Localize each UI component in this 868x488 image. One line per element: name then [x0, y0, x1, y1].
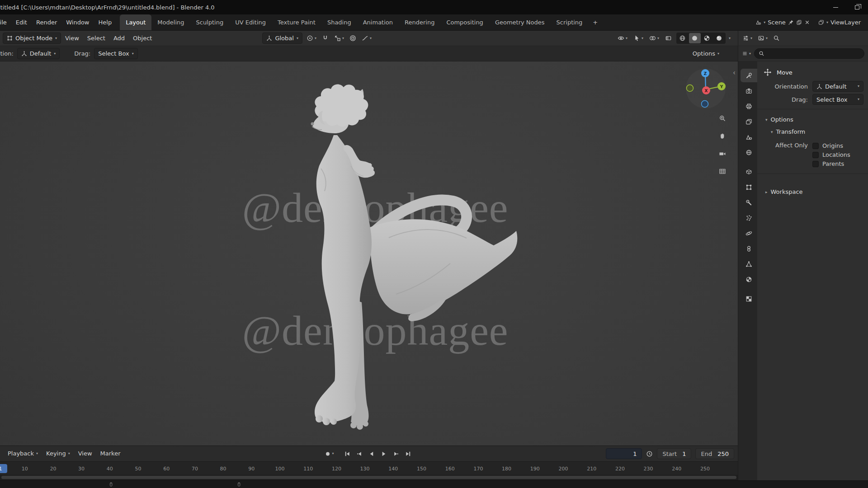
- view-layer-selector[interactable]: ▾ ViewLayer: [818, 19, 861, 26]
- object-properties-tab[interactable]: [741, 180, 757, 194]
- new-copy-icon[interactable]: [796, 19, 802, 25]
- shading-material-button[interactable]: [701, 33, 713, 43]
- drag-dropdown[interactable]: Select Box ▾: [812, 94, 863, 105]
- active-tool-row[interactable]: Move: [764, 68, 862, 76]
- mode-dropdown[interactable]: Object Mode ▾: [3, 33, 61, 44]
- gizmos-toggle[interactable]: ▾: [632, 34, 645, 42]
- data-properties-tab[interactable]: [741, 257, 757, 271]
- drag-setting-dropdown[interactable]: Select Box ▾: [94, 48, 137, 59]
- toggle-perspective-grid-icon[interactable]: [719, 168, 726, 175]
- auto-keying-control[interactable]: ▾: [324, 450, 334, 457]
- timeline-menu-view[interactable]: View: [74, 446, 96, 461]
- workspace-tab-animation[interactable]: Animation: [357, 14, 399, 30]
- timeline-scrollbar[interactable]: [0, 475, 738, 480]
- view-layer-properties-tab[interactable]: [741, 115, 757, 128]
- workspace-tab-shading[interactable]: Shading: [321, 14, 357, 30]
- visibility-dropdown[interactable]: ▾: [616, 34, 629, 42]
- scene-selector[interactable]: ▾ Scene: [755, 19, 810, 26]
- character-model[interactable]: [307, 82, 520, 434]
- unlink-icon[interactable]: [804, 19, 810, 25]
- id-filter-dropdown[interactable]: ▾: [758, 35, 768, 42]
- pivot-point-dropdown[interactable]: ▾: [305, 34, 318, 42]
- render-properties-tab[interactable]: [741, 84, 757, 98]
- workspace-tab-modeling[interactable]: Modeling: [151, 14, 190, 30]
- key-prev-button[interactable]: [354, 448, 365, 459]
- workspace-tab-texture-paint[interactable]: Texture Paint: [272, 14, 321, 30]
- current-frame-field[interactable]: 1: [606, 448, 642, 459]
- tool-properties-tab[interactable]: [741, 69, 757, 82]
- restore-button[interactable]: [846, 0, 868, 14]
- start-frame-field[interactable]: Start 1: [657, 448, 691, 459]
- collection-properties-tab[interactable]: [741, 165, 757, 178]
- workspace-section-header[interactable]: ▸ Workspace: [757, 186, 868, 198]
- scene-properties-tab[interactable]: [741, 130, 757, 144]
- workspace-tab-uv-editing[interactable]: UV Editing: [229, 14, 272, 30]
- panel-menu-dropdown[interactable]: ▾: [742, 51, 751, 56]
- play-back-button[interactable]: [366, 448, 377, 459]
- menu-edit[interactable]: Edit: [11, 14, 32, 31]
- overlays-toggle[interactable]: ▾: [648, 34, 660, 42]
- transform-section-header[interactable]: ▾ Transform: [757, 126, 868, 138]
- playhead[interactable]: 1: [0, 464, 7, 473]
- viewport-options-dropdown[interactable]: Options ▾: [689, 46, 723, 61]
- workspace-tab-geometry-nodes[interactable]: Geometry Nodes: [489, 14, 551, 30]
- shading-dropdown-arrow-icon[interactable]: ▾: [729, 37, 731, 40]
- xray-toggle[interactable]: [664, 34, 673, 42]
- affect-only-option-locations[interactable]: Locations: [812, 151, 850, 158]
- transform-orientation-dropdown[interactable]: Global ▾: [262, 33, 302, 44]
- gizmo-neg-y-ball[interactable]: [687, 85, 693, 92]
- workspace-tab-layout[interactable]: Layout: [120, 14, 151, 30]
- shading-solid-button[interactable]: [689, 33, 701, 43]
- timeline-menu-keying[interactable]: Keying▾: [42, 446, 74, 461]
- snap-toggle[interactable]: [321, 34, 330, 42]
- proportional-falloff-dropdown[interactable]: ▾: [360, 34, 373, 42]
- texture-properties-tab[interactable]: [741, 292, 757, 305]
- orientation-dropdown[interactable]: Default ▾: [812, 81, 863, 92]
- search-icon[interactable]: [773, 35, 780, 42]
- proportional-editing-toggle[interactable]: [348, 34, 358, 42]
- properties-search-input[interactable]: [754, 48, 864, 59]
- workspace-tab-rendering[interactable]: Rendering: [399, 14, 440, 30]
- camera-view-icon[interactable]: [719, 150, 726, 157]
- editor-type-dropdown[interactable]: ▾: [742, 35, 752, 42]
- menu-window[interactable]: Window: [61, 14, 94, 31]
- world-properties-tab[interactable]: [741, 145, 757, 159]
- 3d-viewport-canvas[interactable]: @denzophagee @denzophagee: [0, 61, 738, 446]
- checkbox-origins[interactable]: [812, 143, 819, 149]
- minimize-button[interactable]: [825, 0, 846, 14]
- add-workspace-button[interactable]: +: [588, 14, 602, 30]
- viewport-menu-select[interactable]: Select: [83, 31, 109, 46]
- particles-properties-tab[interactable]: [741, 211, 757, 225]
- workspace-tab-scripting[interactable]: Scripting: [551, 14, 589, 30]
- timeline-menu-playback[interactable]: Playback▾: [4, 446, 42, 461]
- scrollbar-handle[interactable]: [1, 476, 736, 479]
- navigation-gizmo[interactable]: Z Y X: [685, 68, 726, 109]
- options-section-header[interactable]: ▾ Options: [757, 113, 868, 126]
- shading-wireframe-button[interactable]: [677, 33, 689, 43]
- zoom-icon[interactable]: [719, 115, 726, 122]
- checkbox-locations[interactable]: [812, 152, 819, 158]
- keying-clock-icon[interactable]: [646, 450, 653, 457]
- key-next-button[interactable]: [391, 448, 401, 459]
- modifiers-properties-tab[interactable]: [741, 196, 757, 209]
- timeline-ruler[interactable]: 1 10203040506070809010011012013014015016…: [0, 461, 738, 475]
- physics-properties-tab[interactable]: [741, 226, 757, 240]
- affect-only-option-parents[interactable]: Parents: [812, 160, 850, 167]
- pin-icon[interactable]: [788, 19, 794, 25]
- timeline-menu-marker[interactable]: Marker: [96, 446, 125, 461]
- checkbox-parents[interactable]: [812, 161, 819, 167]
- material-properties-tab[interactable]: [741, 272, 757, 286]
- menu-help[interactable]: Help: [94, 14, 117, 31]
- viewport-menu-object[interactable]: Object: [129, 31, 156, 46]
- constraints-properties-tab[interactable]: [741, 242, 757, 255]
- play-button[interactable]: [378, 448, 389, 459]
- menu-render[interactable]: Render: [32, 14, 61, 31]
- end-frame-field[interactable]: End 250: [695, 448, 734, 459]
- gizmo-neg-z-ball[interactable]: [702, 101, 708, 108]
- menu-file[interactable]: File: [0, 14, 11, 31]
- workspace-tab-compositing[interactable]: Compositing: [440, 14, 489, 30]
- snap-settings-dropdown[interactable]: ▾: [333, 34, 345, 42]
- pan-hand-icon[interactable]: [719, 132, 726, 140]
- output-properties-tab[interactable]: [741, 99, 757, 113]
- viewport-menu-view[interactable]: View: [61, 31, 83, 46]
